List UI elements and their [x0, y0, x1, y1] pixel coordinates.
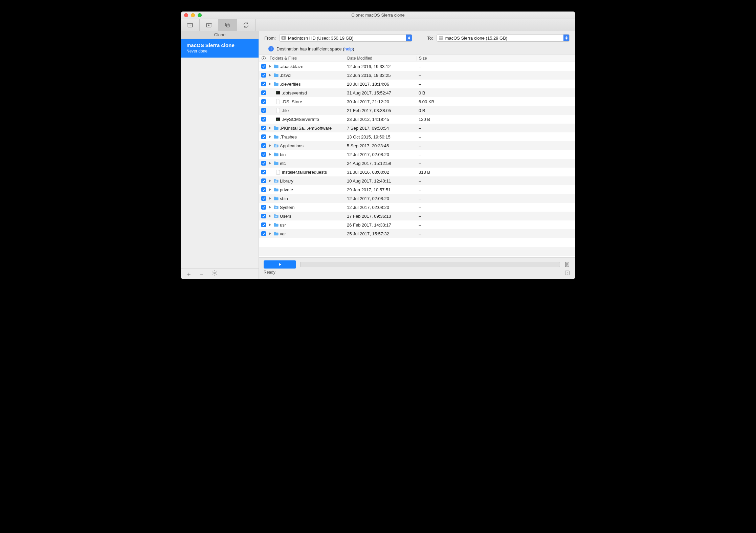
svg-marker-21 [279, 263, 281, 266]
col-date[interactable]: Date Modified [345, 56, 417, 61]
titlebar: Clone: macOS Sierra clone [181, 12, 575, 19]
row-checkbox[interactable] [261, 205, 266, 210]
row-checkbox[interactable] [261, 143, 266, 148]
disclosure-triangle-icon[interactable] [269, 215, 271, 217]
row-checkbox[interactable] [261, 187, 266, 192]
warning-row: i Destination has insufficient space (he… [259, 44, 575, 55]
row-checkbox[interactable] [261, 82, 266, 86]
table-row[interactable]: var25 Jul 2017, 15:57:32-- [259, 229, 575, 238]
row-checkbox[interactable] [261, 64, 266, 69]
sidebar-header: Clone [181, 31, 259, 39]
task-item[interactable]: macOS Sierra clone Never done [181, 39, 259, 58]
row-checkbox[interactable] [261, 126, 266, 130]
row-checkbox[interactable] [261, 73, 266, 78]
archive-in-icon [205, 22, 212, 28]
folder-sys-icon [273, 178, 279, 183]
table-row[interactable]: .abackblaze12 Jun 2016, 19:33:12-- [259, 62, 575, 71]
file-name: etc [280, 161, 286, 166]
table-row[interactable]: >_.dbfseventsd31 Aug 2017, 15:52:470 B [259, 88, 575, 97]
mode-sync-button[interactable] [237, 19, 255, 31]
disclosure-triangle-icon[interactable] [269, 232, 271, 235]
settings-button[interactable] [212, 270, 218, 278]
disclosure-triangle-icon[interactable] [269, 206, 271, 209]
row-checkbox[interactable] [261, 214, 266, 218]
table-row[interactable]: .cleverfiles28 Jul 2017, 18:14:06-- [259, 80, 575, 88]
row-checkbox[interactable] [261, 170, 266, 174]
table-row[interactable]: .file21 Feb 2017, 03:38:050 B [259, 106, 575, 115]
disclosure-triangle-icon[interactable] [269, 153, 271, 156]
col-size[interactable]: Size [417, 56, 454, 61]
file-size: 0 B [417, 90, 454, 95]
file-size: 6.00 KB [417, 99, 454, 104]
file-name: .abackblaze [280, 64, 303, 69]
disclosure-triangle-icon[interactable] [269, 197, 271, 200]
file-date: 21 Feb 2017, 03:38:05 [345, 108, 417, 113]
row-checkbox[interactable] [261, 90, 266, 95]
disk-icon [438, 35, 444, 41]
log-icon[interactable] [564, 261, 570, 268]
row-checkbox[interactable] [261, 134, 266, 139]
disclosure-triangle-icon[interactable] [269, 162, 271, 165]
table-row[interactable]: private29 Jan 2017, 10:57:51-- [259, 185, 575, 194]
table-row[interactable]: bin12 Jul 2017, 02:08:20-- [259, 150, 575, 159]
table-row[interactable]: .bzvol12 Jun 2016, 19:33:25-- [259, 71, 575, 80]
from-volume-select[interactable]: Macintosh HD (Used: 350.19 GB) [279, 34, 412, 42]
col-name[interactable]: Folders & Files [268, 56, 345, 61]
target-icon[interactable] [262, 56, 266, 60]
disclosure-triangle-icon[interactable] [269, 65, 271, 68]
task-name: macOS Sierra clone [186, 42, 253, 48]
mode-backup-button[interactable] [181, 19, 200, 31]
table-row[interactable]: >_.MySCMServerInfo23 Jul 2012, 14:18:451… [259, 115, 575, 124]
row-checkbox[interactable] [261, 117, 266, 122]
file-size: -- [417, 143, 454, 148]
row-checkbox[interactable] [261, 178, 266, 183]
zoom-window-button[interactable] [198, 13, 202, 17]
disclosure-triangle-icon[interactable] [269, 135, 271, 138]
row-checkbox[interactable] [261, 152, 266, 157]
remove-task-button[interactable]: － [199, 270, 205, 278]
table-row[interactable]: etc24 Aug 2017, 15:12:58-- [259, 159, 575, 168]
mode-clone-button[interactable] [218, 19, 237, 31]
file-date: 10 Aug 2017, 12:40:11 [345, 178, 417, 184]
disclosure-triangle-icon[interactable] [269, 127, 271, 129]
disclosure-triangle-icon[interactable] [269, 188, 271, 191]
table-row[interactable]: .PKInstallSa…emSoftware7 Sep 2017, 09:50… [259, 124, 575, 132]
table-row[interactable]: sbin12 Jul 2017, 02:08:20-- [259, 194, 575, 203]
row-checkbox[interactable] [261, 108, 266, 113]
table-row[interactable]: .DS_Store30 Jul 2017, 21:12:206.00 KB [259, 97, 575, 106]
file-name: usr [280, 222, 286, 228]
file-name: sbin [280, 196, 288, 201]
alert-icon[interactable] [564, 270, 570, 276]
row-checkbox[interactable] [261, 196, 266, 201]
mode-restore-button[interactable] [200, 19, 218, 31]
svg-rect-18 [275, 180, 277, 182]
table-row[interactable]: installer.failurerequests31 Jul 2016, 03… [259, 168, 575, 176]
folder-icon [273, 64, 279, 69]
row-checkbox[interactable] [261, 161, 266, 166]
disclosure-triangle-icon[interactable] [269, 223, 271, 226]
help-link[interactable]: help [344, 46, 353, 51]
close-window-button[interactable] [184, 13, 188, 17]
table-row[interactable]: .Trashes13 Oct 2015, 19:50:15-- [259, 132, 575, 141]
run-button[interactable] [264, 260, 296, 269]
file-icon [275, 99, 281, 104]
file-date: 31 Jul 2016, 03:00:02 [345, 170, 417, 175]
disclosure-triangle-icon[interactable] [269, 144, 271, 147]
table-row[interactable]: usr26 Feb 2017, 14:33:17-- [259, 220, 575, 229]
row-checkbox[interactable] [261, 99, 266, 104]
folder-sys-icon [273, 214, 279, 218]
table-row[interactable]: Users17 Feb 2017, 09:36:13-- [259, 212, 575, 220]
table-row[interactable]: Library10 Aug 2017, 12:40:11-- [259, 176, 575, 185]
disclosure-triangle-icon[interactable] [269, 74, 271, 77]
table-row[interactable]: System12 Jul 2017, 02:08:20-- [259, 203, 575, 212]
to-volume-select[interactable]: macOS Sierra clone (15.29 GB) [437, 34, 570, 42]
disclosure-triangle-icon[interactable] [269, 179, 271, 182]
row-checkbox[interactable] [261, 231, 266, 236]
add-task-button[interactable]: ＋ [186, 270, 192, 278]
row-checkbox[interactable] [261, 222, 266, 227]
minimize-window-button[interactable] [191, 13, 195, 17]
disclosure-triangle-icon[interactable] [269, 83, 271, 85]
file-size: -- [417, 196, 454, 201]
table-row[interactable]: Applications5 Sep 2017, 20:23:45-- [259, 141, 575, 150]
file-name: Applications [280, 143, 304, 148]
